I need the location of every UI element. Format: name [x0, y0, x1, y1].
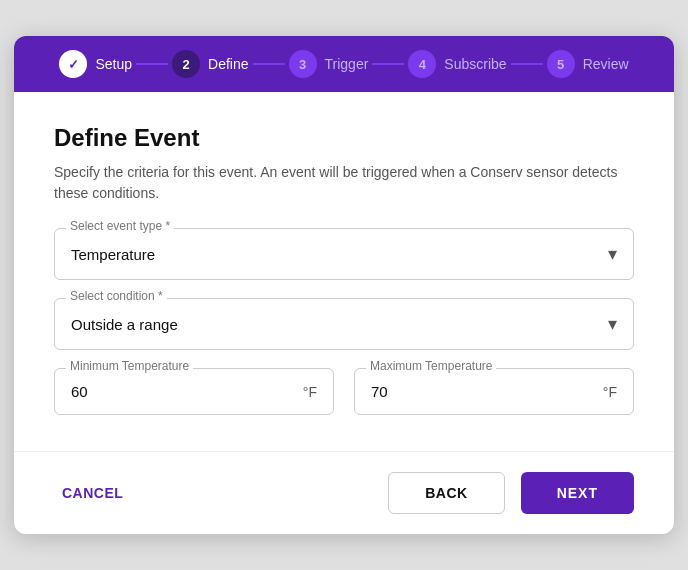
max-temp-input[interactable]	[371, 383, 603, 400]
checkmark-icon: ✓	[68, 57, 79, 72]
event-type-label: Select event type *	[66, 219, 174, 233]
min-temp-input[interactable]	[71, 383, 303, 400]
event-type-value: Temperature	[71, 246, 155, 263]
step-review: 5 Review	[547, 50, 629, 78]
step-1-circle: ✓	[59, 50, 87, 78]
step-1-label: Setup	[95, 56, 132, 72]
step-2-label: Define	[208, 56, 248, 72]
next-button[interactable]: NEXT	[521, 472, 634, 514]
step-5-label: Review	[583, 56, 629, 72]
max-temp-label: Maximum Temperature	[366, 359, 496, 373]
modal-footer: CANCEL BACK NEXT	[14, 451, 674, 534]
cancel-button[interactable]: CANCEL	[54, 475, 131, 511]
define-event-modal: ✓ Setup 2 Define 3 Trigger 4 Subscribe	[14, 36, 674, 534]
step-setup: ✓ Setup	[59, 50, 132, 78]
temperature-range-row: Minimum Temperature °F Maximum Temperatu…	[54, 368, 634, 415]
modal-body: Define Event Specify the criteria for th…	[14, 92, 674, 451]
page-title: Define Event	[54, 124, 634, 152]
step-3-label: Trigger	[325, 56, 369, 72]
connector-1	[136, 63, 168, 65]
chevron-down-icon: ▾	[608, 243, 617, 265]
footer-right-actions: BACK NEXT	[388, 472, 634, 514]
min-temp-field: Minimum Temperature °F	[54, 368, 334, 415]
condition-label: Select condition *	[66, 289, 167, 303]
step-3-circle: 3	[289, 50, 317, 78]
connector-4	[511, 63, 543, 65]
step-4-number: 4	[419, 57, 426, 72]
step-4-label: Subscribe	[444, 56, 506, 72]
step-2-number: 2	[182, 57, 189, 72]
condition-field: Select condition * Outside a range ▾	[54, 298, 634, 350]
condition-value: Outside a range	[71, 316, 178, 333]
modal-description: Specify the criteria for this event. An …	[54, 162, 634, 204]
back-button[interactable]: BACK	[388, 472, 504, 514]
step-3-number: 3	[299, 57, 306, 72]
connector-2	[253, 63, 285, 65]
min-temp-unit: °F	[303, 384, 317, 400]
max-temp-unit: °F	[603, 384, 617, 400]
event-type-select[interactable]: Temperature ▾	[54, 228, 634, 280]
step-4-circle: 4	[408, 50, 436, 78]
stepper: ✓ Setup 2 Define 3 Trigger 4 Subscribe	[14, 36, 674, 92]
step-define: 2 Define	[172, 50, 248, 78]
min-temp-label: Minimum Temperature	[66, 359, 193, 373]
connector-3	[372, 63, 404, 65]
condition-select[interactable]: Outside a range ▾	[54, 298, 634, 350]
step-2-circle: 2	[172, 50, 200, 78]
step-trigger: 3 Trigger	[289, 50, 369, 78]
step-subscribe: 4 Subscribe	[408, 50, 506, 78]
chevron-down-icon-2: ▾	[608, 313, 617, 335]
max-temp-wrapper: °F	[354, 368, 634, 415]
min-temp-wrapper: °F	[54, 368, 334, 415]
max-temp-field: Maximum Temperature °F	[354, 368, 634, 415]
step-5-circle: 5	[547, 50, 575, 78]
event-type-field: Select event type * Temperature ▾	[54, 228, 634, 280]
step-5-number: 5	[557, 57, 564, 72]
